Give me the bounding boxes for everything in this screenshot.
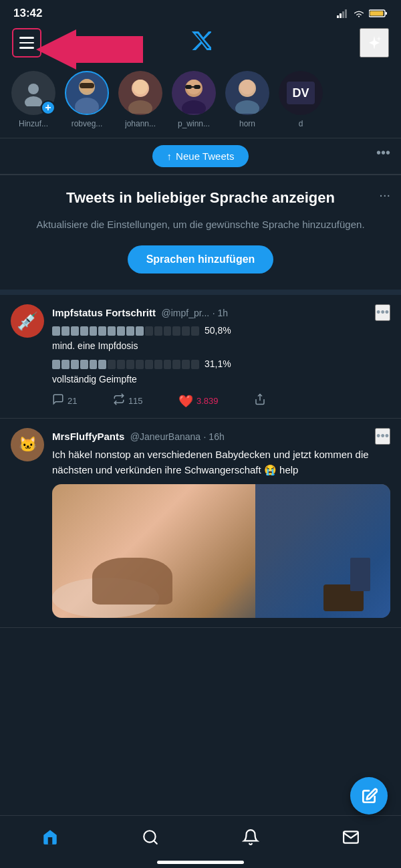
svg-rect-2 xyxy=(342,11,344,18)
svg-point-18 xyxy=(182,100,206,114)
progress-label-2: vollständig Geimpfte xyxy=(52,372,390,387)
svg-point-11 xyxy=(75,98,99,114)
tweet-time-mrsfluffy: · 16h xyxy=(204,431,225,442)
progress-pct-1: 50,8% xyxy=(205,324,231,338)
svg-point-9 xyxy=(25,96,42,106)
tweet-author-info-mrsfluffy: MrsFluffyPants @JaneurBanana · 16h xyxy=(52,431,225,443)
menu-button[interactable] xyxy=(12,28,41,58)
home-icon xyxy=(41,829,59,846)
story-item-robveg[interactable]: robveg... xyxy=(60,71,114,128)
bell-icon xyxy=(242,829,259,846)
svg-point-8 xyxy=(28,84,39,94)
tweet-avatar-mrsfluffy[interactable]: 🐱 xyxy=(11,428,44,461)
tweet-impfstatus: 💉 Impfstatus Fortschritt @impf_pr... · 1… xyxy=(0,295,401,419)
tweet-handle-impfstatus: @impf_pr... xyxy=(161,308,209,318)
story-avatar-d: DV xyxy=(279,71,323,115)
tweet-text-mrsfluffy: Ich häkel nonstop an verschiedenen Babyd… xyxy=(52,447,390,477)
story-avatar-pwinn xyxy=(172,71,216,115)
svg-text:DV: DV xyxy=(292,86,309,100)
battery-icon xyxy=(369,9,388,18)
story-item-johann[interactable]: johann... xyxy=(114,71,167,128)
nav-notifications-button[interactable] xyxy=(234,823,267,852)
twitter-logo xyxy=(190,31,211,55)
reply-button-impfstatus[interactable]: 21 xyxy=(52,393,77,409)
compose-fab[interactable] xyxy=(350,777,388,815)
hamburger-line xyxy=(19,47,34,49)
progress-label-1: mind. eine Impfdosis xyxy=(52,339,390,353)
svg-rect-13 xyxy=(80,83,94,88)
tweet-more-button-impfstatus[interactable]: ••• xyxy=(375,304,390,321)
signal-icon xyxy=(337,9,349,18)
like-button-impfstatus[interactable]: ❤️ 3.839 xyxy=(178,394,219,409)
tweet-time-impfstatus: · 1h xyxy=(213,308,228,318)
svg-rect-0 xyxy=(337,15,339,18)
story-item-add[interactable]: + Hinzuf... xyxy=(7,71,60,128)
svg-point-15 xyxy=(128,100,152,114)
bottom-spacer xyxy=(0,628,401,695)
promo-card: ... Tweets in beliebiger Sprache anzeige… xyxy=(0,175,401,295)
sparkle-button[interactable] xyxy=(360,28,389,58)
mail-icon xyxy=(342,829,360,846)
progress-pct-2: 31,1% xyxy=(205,357,231,371)
story-label-add: Hinzuf... xyxy=(19,119,48,128)
story-label-johann: johann... xyxy=(125,119,156,128)
tweet-avatar-impfstatus[interactable]: 💉 xyxy=(11,304,44,338)
svg-rect-21 xyxy=(194,85,200,89)
reply-count: 21 xyxy=(68,396,77,406)
share-button-impfstatus[interactable] xyxy=(254,393,266,409)
svg-point-24 xyxy=(235,100,259,114)
story-avatar-robveg xyxy=(65,71,109,115)
tweet-actions-impfstatus: 21 115 ❤️ 3.839 xyxy=(52,393,266,409)
story-avatar-johann xyxy=(118,71,162,115)
wifi-icon xyxy=(353,9,365,18)
svg-marker-7 xyxy=(36,29,143,70)
compose-icon xyxy=(360,787,378,804)
tweet-more-button-mrsfluffy[interactable]: ••• xyxy=(375,428,390,445)
promo-description: Aktualisiere die Einstellungen, um die g… xyxy=(16,217,385,233)
svg-point-25 xyxy=(240,80,255,94)
promo-action-button[interactable]: Sprachen hinzufügen xyxy=(128,245,274,274)
progress-bar-2 xyxy=(52,360,199,369)
new-tweets-section: ••• ↑ Neue Tweets xyxy=(0,138,401,175)
promo-dots-button[interactable]: ... xyxy=(379,185,390,200)
sparkle-icon xyxy=(366,35,382,51)
story-label-pwinn: p_winn... xyxy=(178,119,210,128)
status-bar: 13:42 xyxy=(0,0,401,24)
new-tweets-banner: ↑ Neue Tweets xyxy=(0,138,401,175)
story-label-robveg: robveg... xyxy=(72,119,103,128)
story-item-d[interactable]: DV d xyxy=(274,71,327,128)
svg-point-16 xyxy=(133,80,148,94)
search-icon xyxy=(142,829,159,846)
story-label-horn: horn xyxy=(239,119,255,128)
new-tweets-arrow: ↑ xyxy=(167,150,172,162)
home-indicator xyxy=(157,861,244,864)
hamburger-line xyxy=(19,37,34,39)
tweet-mrsfluffy: 🐱 MrsFluffyPants @JaneurBanana · 16h •••… xyxy=(0,419,401,628)
retweet-button-impfstatus[interactable]: 115 xyxy=(113,393,143,409)
like-count: 3.839 xyxy=(196,396,219,406)
tweet-header-mrsfluffy: MrsFluffyPants @JaneurBanana · 16h ••• xyxy=(52,428,390,445)
dots-button-top[interactable]: ••• xyxy=(376,145,390,160)
new-tweets-button[interactable]: ↑ Neue Tweets xyxy=(152,145,249,167)
nav-home-button[interactable] xyxy=(33,823,67,852)
new-tweets-label: Neue Tweets xyxy=(176,150,234,162)
like-icon: ❤️ xyxy=(178,394,193,409)
story-item-pwinn[interactable]: p_winn... xyxy=(167,71,221,128)
tweet-handle-mrsfluffy: @JaneurBanana xyxy=(130,431,200,442)
retweet-icon xyxy=(113,393,125,409)
story-item-horn[interactable]: horn xyxy=(221,71,274,128)
svg-rect-6 xyxy=(370,11,384,16)
reply-icon xyxy=(52,393,64,409)
tweet-text-impfstatus: 50,8% mind. eine Impfdosis xyxy=(52,324,390,387)
status-time: 13:42 xyxy=(13,7,42,20)
header xyxy=(0,24,401,64)
tweet-header-impfstatus: Impfstatus Fortschritt @impf_pr... · 1h … xyxy=(52,304,390,321)
nav-messages-button[interactable] xyxy=(334,823,368,852)
svg-rect-1 xyxy=(340,13,342,18)
story-add-btn[interactable]: + xyxy=(41,100,55,115)
svg-rect-20 xyxy=(185,85,192,89)
progress-bar-1 xyxy=(52,326,199,336)
tweet-image-mrsfluffy xyxy=(52,484,390,618)
svg-rect-3 xyxy=(345,9,347,18)
nav-search-button[interactable] xyxy=(134,823,167,852)
